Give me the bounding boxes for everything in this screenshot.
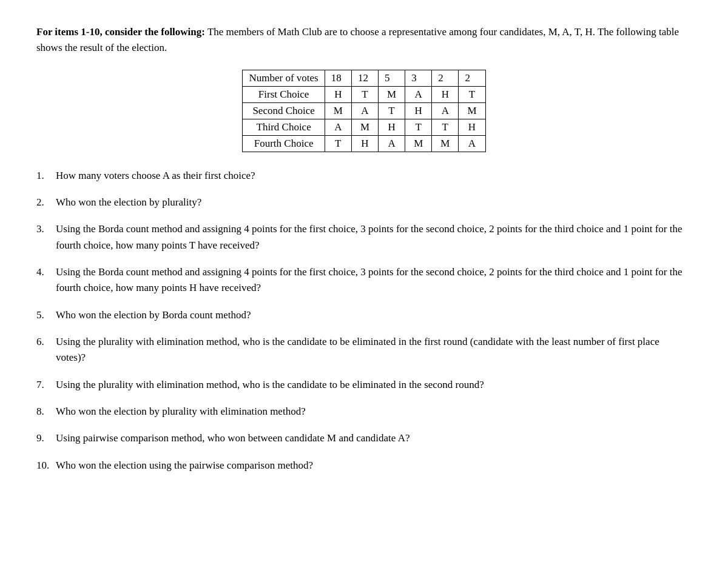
sc-5: A <box>432 102 459 119</box>
fc-6: T <box>459 86 485 102</box>
header-3: 3 <box>405 70 432 86</box>
fc-4: A <box>405 86 432 102</box>
foc-3: A <box>379 135 405 152</box>
question-8: 8.Who won the election by plurality with… <box>36 404 692 420</box>
header-12: 12 <box>351 70 378 86</box>
question-num-4: 4. <box>36 264 56 280</box>
question-text-4: Using the Borda count method and assigni… <box>56 264 692 296</box>
question-num-3: 3. <box>36 221 56 237</box>
table-row-first-choice: First Choice H T M A H T <box>243 86 485 102</box>
sc-3: T <box>379 102 405 119</box>
question-6: 6.Using the plurality with elimination m… <box>36 334 692 366</box>
question-text-6: Using the plurality with elimination met… <box>56 334 692 366</box>
intro-bold: For items 1-10, consider the following: <box>36 26 205 38</box>
election-table-wrapper: Number of votes 18 12 5 3 2 2 First Choi… <box>36 70 692 152</box>
header-label: Number of votes <box>243 70 325 86</box>
question-10: 10.Who won the election using the pairwi… <box>36 458 692 473</box>
question-num-9: 9. <box>36 430 56 446</box>
row-label-first: First Choice <box>243 86 325 102</box>
question-num-5: 5. <box>36 307 56 323</box>
foc-5: M <box>432 135 459 152</box>
tc-5: T <box>432 119 459 135</box>
question-1: 1.How many voters choose A as their firs… <box>36 168 692 184</box>
table-row-third-choice: Third Choice A M H T T H <box>243 119 485 135</box>
fc-2: T <box>351 86 378 102</box>
header-18: 18 <box>325 70 351 86</box>
question-4: 4.Using the Borda count method and assig… <box>36 264 692 296</box>
question-text-3: Using the Borda count method and assigni… <box>56 221 692 253</box>
question-text-2: Who won the election by plurality? <box>56 195 692 210</box>
header-2a: 2 <box>432 70 459 86</box>
tc-6: H <box>459 119 485 135</box>
question-num-7: 7. <box>36 377 56 393</box>
sc-1: M <box>325 102 351 119</box>
question-7: 7.Using the plurality with elimination m… <box>36 377 692 393</box>
row-label-second: Second Choice <box>243 102 325 119</box>
header-2b: 2 <box>459 70 485 86</box>
question-text-9: Using pairwise comparison method, who wo… <box>56 430 692 446</box>
question-text-8: Who won the election by plurality with e… <box>56 404 692 420</box>
fc-1: H <box>325 86 351 102</box>
question-text-10: Who won the election using the pairwise … <box>56 458 692 473</box>
question-num-1: 1. <box>36 168 56 184</box>
sc-2: A <box>351 102 378 119</box>
question-text-1: How many voters choose A as their first … <box>56 168 692 184</box>
questions-list: 1.How many voters choose A as their firs… <box>36 168 692 473</box>
question-text-7: Using the plurality with elimination met… <box>56 377 692 393</box>
sc-6: M <box>459 102 485 119</box>
question-9: 9.Using pairwise comparison method, who … <box>36 430 692 446</box>
foc-4: M <box>405 135 432 152</box>
header-5: 5 <box>379 70 405 86</box>
intro-paragraph: For items 1-10, consider the following: … <box>36 24 692 56</box>
table-row-fourth-choice: Fourth Choice T H A M M A <box>243 135 485 152</box>
table-header-row: Number of votes 18 12 5 3 2 2 <box>243 70 485 86</box>
tc-4: T <box>405 119 432 135</box>
question-num-8: 8. <box>36 404 56 420</box>
sc-4: H <box>405 102 432 119</box>
tc-3: H <box>379 119 405 135</box>
row-label-fourth: Fourth Choice <box>243 135 325 152</box>
question-num-2: 2. <box>36 195 56 210</box>
row-label-third: Third Choice <box>243 119 325 135</box>
tc-2: M <box>351 119 378 135</box>
foc-2: H <box>351 135 378 152</box>
election-table: Number of votes 18 12 5 3 2 2 First Choi… <box>242 70 485 152</box>
tc-1: A <box>325 119 351 135</box>
question-3: 3.Using the Borda count method and assig… <box>36 221 692 253</box>
fc-3: M <box>379 86 405 102</box>
table-row-second-choice: Second Choice M A T H A M <box>243 102 485 119</box>
question-5: 5.Who won the election by Borda count me… <box>36 307 692 323</box>
question-2: 2.Who won the election by plurality? <box>36 195 692 210</box>
question-text-5: Who won the election by Borda count meth… <box>56 307 692 323</box>
fc-5: H <box>432 86 459 102</box>
question-num-6: 6. <box>36 334 56 350</box>
question-num-10: 10. <box>36 458 56 473</box>
foc-1: T <box>325 135 351 152</box>
foc-6: A <box>459 135 485 152</box>
